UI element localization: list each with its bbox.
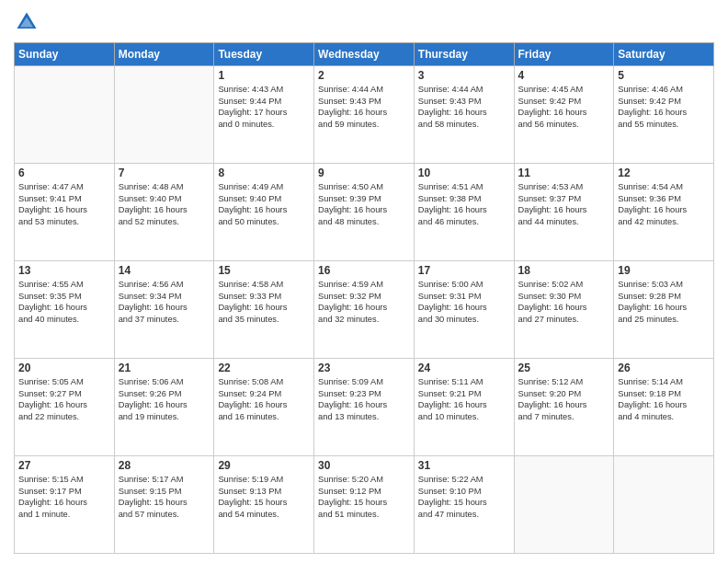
calendar-cell: 10Sunrise: 4:51 AM Sunset: 9:38 PM Dayli… (414, 164, 514, 261)
day-number: 14 (119, 264, 210, 277)
calendar-cell (15, 66, 115, 164)
calendar-header-row: SundayMondayTuesdayWednesdayThursdayFrid… (15, 43, 714, 66)
cell-content: Sunrise: 5:15 AM Sunset: 9:17 PM Dayligh… (18, 474, 110, 520)
cell-content: Sunrise: 5:09 AM Sunset: 9:23 PM Dayligh… (318, 376, 410, 422)
calendar-cell: 15Sunrise: 4:58 AM Sunset: 9:33 PM Dayli… (214, 261, 314, 359)
cell-content: Sunrise: 4:49 AM Sunset: 9:40 PM Dayligh… (218, 181, 310, 227)
calendar-cell: 19Sunrise: 5:03 AM Sunset: 9:28 PM Dayli… (614, 261, 714, 359)
day-number: 1 (218, 69, 310, 82)
calendar-cell: 8Sunrise: 4:49 AM Sunset: 9:40 PM Daylig… (214, 164, 314, 261)
cell-content: Sunrise: 5:03 AM Sunset: 9:28 PM Dayligh… (618, 279, 710, 325)
calendar-cell: 26Sunrise: 5:14 AM Sunset: 9:18 PM Dayli… (614, 359, 714, 456)
calendar-cell (114, 66, 214, 164)
calendar-cell: 5Sunrise: 4:46 AM Sunset: 9:42 PM Daylig… (614, 66, 714, 164)
week-row-5: 27Sunrise: 5:15 AM Sunset: 9:17 PM Dayli… (15, 456, 714, 554)
day-number: 12 (618, 167, 710, 179)
cell-content: Sunrise: 4:51 AM Sunset: 9:38 PM Dayligh… (418, 181, 510, 227)
day-number: 17 (418, 264, 510, 277)
cell-content: Sunrise: 4:44 AM Sunset: 9:43 PM Dayligh… (318, 84, 410, 130)
logo (14, 9, 41, 35)
day-number: 26 (618, 362, 710, 374)
day-number: 3 (418, 69, 510, 82)
logo-icon (14, 9, 40, 35)
calendar-cell: 6Sunrise: 4:47 AM Sunset: 9:41 PM Daylig… (15, 164, 115, 261)
calendar-cell: 27Sunrise: 5:15 AM Sunset: 9:17 PM Dayli… (15, 456, 115, 554)
calendar-cell: 21Sunrise: 5:06 AM Sunset: 9:26 PM Dayli… (114, 359, 214, 456)
page: SundayMondayTuesdayWednesdayThursdayFrid… (0, 0, 728, 563)
week-row-2: 6Sunrise: 4:47 AM Sunset: 9:41 PM Daylig… (15, 164, 714, 261)
calendar-cell: 3Sunrise: 4:44 AM Sunset: 9:43 PM Daylig… (414, 66, 514, 164)
cell-content: Sunrise: 5:20 AM Sunset: 9:12 PM Dayligh… (318, 474, 410, 520)
day-number: 21 (119, 362, 210, 374)
cell-content: Sunrise: 5:05 AM Sunset: 9:27 PM Dayligh… (18, 376, 110, 422)
calendar-cell: 31Sunrise: 5:22 AM Sunset: 9:10 PM Dayli… (414, 456, 514, 554)
calendar-cell: 20Sunrise: 5:05 AM Sunset: 9:27 PM Dayli… (15, 359, 115, 456)
day-number: 8 (218, 167, 310, 179)
cell-content: Sunrise: 5:08 AM Sunset: 9:24 PM Dayligh… (218, 376, 310, 422)
cell-content: Sunrise: 5:11 AM Sunset: 9:21 PM Dayligh… (418, 376, 510, 422)
cell-content: Sunrise: 4:44 AM Sunset: 9:43 PM Dayligh… (418, 84, 510, 130)
calendar-cell: 18Sunrise: 5:02 AM Sunset: 9:30 PM Dayli… (514, 261, 614, 359)
cell-content: Sunrise: 5:22 AM Sunset: 9:10 PM Dayligh… (418, 474, 510, 520)
day-number: 31 (418, 459, 510, 472)
calendar-cell: 2Sunrise: 4:44 AM Sunset: 9:43 PM Daylig… (314, 66, 415, 164)
calendar-cell: 30Sunrise: 5:20 AM Sunset: 9:12 PM Dayli… (314, 456, 415, 554)
day-number: 23 (318, 362, 410, 374)
cell-content: Sunrise: 5:00 AM Sunset: 9:31 PM Dayligh… (418, 279, 510, 325)
day-number: 10 (418, 167, 510, 179)
day-number: 16 (318, 264, 410, 277)
cell-content: Sunrise: 4:46 AM Sunset: 9:42 PM Dayligh… (618, 84, 710, 130)
cell-content: Sunrise: 4:58 AM Sunset: 9:33 PM Dayligh… (218, 279, 310, 325)
calendar-cell: 11Sunrise: 4:53 AM Sunset: 9:37 PM Dayli… (514, 164, 614, 261)
day-number: 25 (518, 362, 610, 374)
cell-content: Sunrise: 4:53 AM Sunset: 9:37 PM Dayligh… (518, 181, 610, 227)
cell-content: Sunrise: 5:12 AM Sunset: 9:20 PM Dayligh… (518, 376, 610, 422)
cell-content: Sunrise: 5:06 AM Sunset: 9:26 PM Dayligh… (119, 376, 210, 422)
day-header-saturday: Saturday (614, 43, 714, 66)
day-number: 20 (18, 362, 110, 374)
day-number: 18 (518, 264, 610, 277)
week-row-4: 20Sunrise: 5:05 AM Sunset: 9:27 PM Dayli… (15, 359, 714, 456)
calendar-cell: 17Sunrise: 5:00 AM Sunset: 9:31 PM Dayli… (414, 261, 514, 359)
cell-content: Sunrise: 4:55 AM Sunset: 9:35 PM Dayligh… (18, 279, 110, 325)
cell-content: Sunrise: 4:59 AM Sunset: 9:32 PM Dayligh… (318, 279, 410, 325)
day-header-thursday: Thursday (414, 43, 514, 66)
day-header-tuesday: Tuesday (214, 43, 314, 66)
calendar-cell (514, 456, 614, 554)
week-row-3: 13Sunrise: 4:55 AM Sunset: 9:35 PM Dayli… (15, 261, 714, 359)
cell-content: Sunrise: 4:47 AM Sunset: 9:41 PM Dayligh… (18, 181, 110, 227)
day-number: 2 (318, 69, 410, 82)
day-number: 28 (119, 459, 210, 472)
calendar-cell: 12Sunrise: 4:54 AM Sunset: 9:36 PM Dayli… (614, 164, 714, 261)
calendar-cell: 25Sunrise: 5:12 AM Sunset: 9:20 PM Dayli… (514, 359, 614, 456)
calendar-cell: 13Sunrise: 4:55 AM Sunset: 9:35 PM Dayli… (15, 261, 115, 359)
day-number: 22 (218, 362, 310, 374)
calendar-cell: 9Sunrise: 4:50 AM Sunset: 9:39 PM Daylig… (314, 164, 415, 261)
calendar-cell: 14Sunrise: 4:56 AM Sunset: 9:34 PM Dayli… (114, 261, 214, 359)
calendar-cell: 16Sunrise: 4:59 AM Sunset: 9:32 PM Dayli… (314, 261, 415, 359)
calendar-cell: 28Sunrise: 5:17 AM Sunset: 9:15 PM Dayli… (114, 456, 214, 554)
day-header-monday: Monday (114, 43, 214, 66)
day-number: 11 (518, 167, 610, 179)
calendar-cell: 23Sunrise: 5:09 AM Sunset: 9:23 PM Dayli… (314, 359, 415, 456)
day-header-friday: Friday (514, 43, 614, 66)
calendar-table: SundayMondayTuesdayWednesdayThursdayFrid… (14, 42, 714, 554)
day-number: 30 (318, 459, 410, 472)
day-number: 19 (618, 264, 710, 277)
day-header-sunday: Sunday (15, 43, 115, 66)
day-number: 24 (418, 362, 510, 374)
day-number: 6 (18, 167, 110, 179)
day-number: 4 (518, 69, 610, 82)
calendar-cell: 24Sunrise: 5:11 AM Sunset: 9:21 PM Dayli… (414, 359, 514, 456)
day-number: 27 (18, 459, 110, 472)
day-number: 15 (218, 264, 310, 277)
day-number: 5 (618, 69, 710, 82)
day-number: 29 (218, 459, 310, 472)
cell-content: Sunrise: 5:17 AM Sunset: 9:15 PM Dayligh… (119, 474, 210, 520)
day-number: 13 (18, 264, 110, 277)
calendar-cell (614, 456, 714, 554)
cell-content: Sunrise: 4:56 AM Sunset: 9:34 PM Dayligh… (119, 279, 210, 325)
cell-content: Sunrise: 4:48 AM Sunset: 9:40 PM Dayligh… (119, 181, 210, 227)
calendar-cell: 22Sunrise: 5:08 AM Sunset: 9:24 PM Dayli… (214, 359, 314, 456)
calendar-cell: 7Sunrise: 4:48 AM Sunset: 9:40 PM Daylig… (114, 164, 214, 261)
